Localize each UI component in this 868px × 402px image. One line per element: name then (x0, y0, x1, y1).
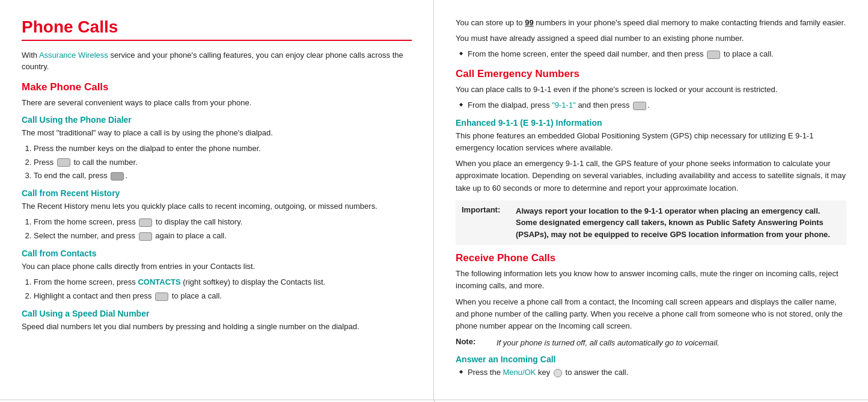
answer-call-heading: Answer an Incoming Call (456, 354, 846, 364)
ok-circle-icon (554, 369, 562, 377)
call-contacts-heading: Call from Contacts (22, 249, 412, 258)
list-item: Press the number keys on the dialpad to … (34, 143, 412, 155)
receive-calls-body-1: The following information lets you know … (456, 268, 846, 292)
recent-history-heading: Call from Recent History (22, 188, 412, 198)
list-item: From the dialpad, press "9-1-1" and then… (459, 99, 846, 112)
emergency-bullets: From the dialpad, press "9-1-1" and then… (459, 99, 846, 112)
call-contacts-steps: From the home screen, press CONTACTS (ri… (34, 276, 412, 303)
page-footer: 14 Phone Calls Phone Calls 15 (0, 400, 868, 402)
list-item: From the home screen, press to display t… (34, 216, 412, 229)
emergency-numbers-heading: Call Emergency Numbers (456, 68, 846, 80)
phone-dialer-steps: Press the number keys on the dialpad to … (34, 143, 412, 182)
list-item: From the home screen, press CONTACTS (ri… (34, 276, 412, 289)
enhanced-911-body-1: This phone features an embedded Global P… (456, 130, 846, 154)
page-title: Phone Calls (22, 17, 412, 41)
speed-dial-body: Speed dial numbers let you dial numbers … (22, 321, 412, 333)
call-icon (707, 51, 720, 59)
call-contacts-body: You can place phone calls directly from … (22, 261, 412, 273)
speed-dial-cont-1: You can store up to 99 numbers in your p… (456, 17, 846, 29)
intro-paragraph: With Assurance Wireless service and your… (22, 49, 412, 73)
nine-one-one-text: "9-1-1" (552, 100, 576, 110)
list-item: From the home screen, enter the speed da… (459, 48, 846, 61)
assurance-wireless-link[interactable]: Assurance Wireless (39, 51, 108, 60)
make-phone-calls-body: There are several convenient ways to pla… (22, 97, 412, 109)
emergency-numbers-body: You can place calls to 9-1-1 even if the… (456, 84, 846, 96)
recent-history-body: The Recent History menu lets you quickly… (22, 200, 412, 212)
note-box: Note: If your phone is turned off, all c… (456, 337, 846, 349)
make-phone-calls-heading: Make Phone Calls (22, 81, 412, 93)
answer-call-bullets: Press the Menu/OK key to answer the call… (459, 366, 846, 379)
receive-calls-body-2: When you receive a phone call from a con… (456, 296, 846, 332)
speed-dial-bullets: From the home screen, enter the speed da… (459, 48, 846, 61)
end-call-icon (111, 172, 124, 181)
enhanced-911-body-2: When you place an emergency 9-1-1 call, … (456, 158, 846, 194)
note-text: If your phone is turned off, all calls a… (497, 337, 720, 349)
important-label: Important: (462, 205, 516, 214)
list-item: Press the Menu/OK key to answer the call… (459, 366, 846, 379)
list-item: Highlight a contact and then press to pl… (34, 290, 412, 303)
phone-dialer-body: The most "traditional" way to place a ca… (22, 127, 412, 139)
call-icon (633, 102, 646, 110)
call-icon (155, 292, 168, 301)
speed-dial-99: 99 (525, 18, 533, 27)
important-text: Always report your location to the 9-1-1… (516, 205, 840, 241)
call-icon (139, 218, 152, 227)
enhanced-911-heading: Enhanced 9-1-1 (E 9-1-1) Information (456, 118, 846, 128)
list-item: To end the call, press . (34, 170, 412, 182)
important-box: Important: Always report your location t… (456, 200, 846, 246)
recent-history-steps: From the home screen, press to display t… (34, 216, 412, 243)
contacts-link: CONTACTS (138, 277, 180, 286)
list-item: Press to call the number. (34, 156, 412, 169)
speed-dial-cont-2: You must have already assigned a speed d… (456, 32, 846, 45)
call-icon (57, 158, 70, 167)
list-item: Select the number, and press again to pl… (34, 230, 412, 243)
note-label: Note: (456, 337, 497, 346)
call-icon (139, 232, 152, 241)
receive-phone-calls-heading: Receive Phone Calls (456, 252, 846, 264)
speed-dial-heading: Call Using a Speed Dial Number (22, 309, 412, 318)
left-page: Phone Calls With Assurance Wireless serv… (0, 0, 434, 400)
phone-dialer-heading: Call Using the Phone Dialer (22, 115, 412, 125)
menu-ok-text: Menu/OK (503, 368, 536, 377)
right-page: You can store up to 99 numbers in your p… (434, 0, 868, 400)
